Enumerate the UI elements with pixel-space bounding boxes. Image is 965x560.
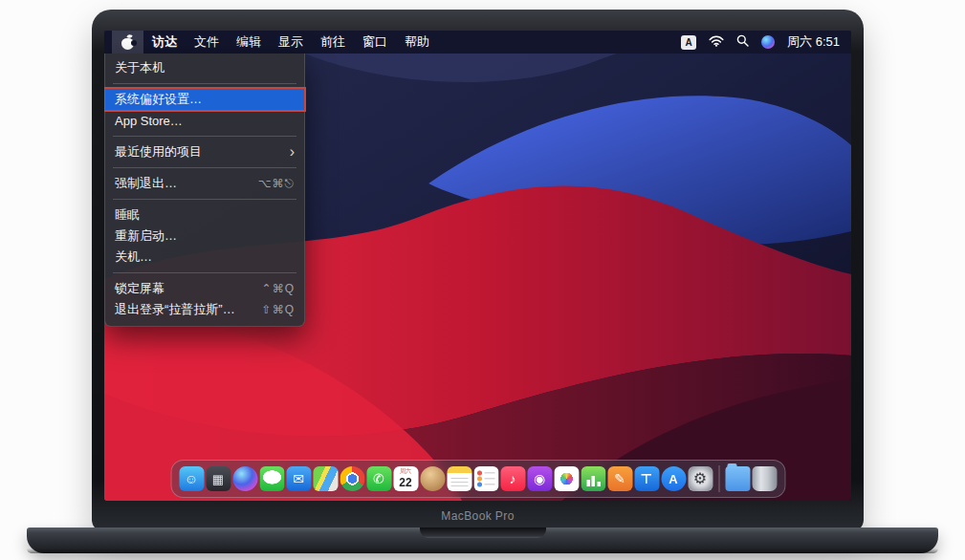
apple-logo-icon <box>121 34 134 50</box>
dock-glyph: ◉ <box>527 466 552 491</box>
menu-item-shortcut: ⇧⌘Q <box>262 303 295 316</box>
dock-glyph: ☺ <box>179 466 204 491</box>
chevron-right-icon: › <box>290 144 295 160</box>
base-notch <box>420 528 546 538</box>
menubar-item-edit[interactable]: 编辑 <box>228 34 270 49</box>
desktop-photo: 访达文件编辑显示前往窗口帮助 A <box>0 0 965 560</box>
dock-contacts-icon[interactable] <box>420 466 445 491</box>
dock-pages-icon[interactable]: ✎ <box>607 466 632 491</box>
dock-music-icon[interactable]: ♪ <box>500 466 525 491</box>
menu-separator <box>113 136 296 137</box>
menu-item-label: 系统偏好设置… <box>115 91 202 108</box>
menubar-item-go[interactable]: 前往 <box>312 34 354 49</box>
menu-item-label: 锁定屏幕 <box>115 280 164 297</box>
dock-glyph: ⚙ <box>688 466 713 491</box>
menu-item-label: 最近使用的项目 <box>115 143 202 161</box>
dock-separator <box>718 465 719 492</box>
menu-item-label: 关于本机 <box>115 59 164 76</box>
menubar-left: 访达文件编辑显示前往窗口帮助 <box>104 31 438 54</box>
dock-glyph: ⊤ <box>634 466 659 491</box>
dock-appstore-icon[interactable]: A <box>661 466 686 491</box>
dock-glyph: ♪ <box>500 466 525 491</box>
menu-item-force-quit[interactable]: 强制退出…⌥⌘⎋ <box>105 173 304 194</box>
menubar-item-view[interactable]: 显示 <box>270 34 312 49</box>
siri-icon[interactable] <box>761 35 775 49</box>
dock-glyph: 22 <box>393 466 418 491</box>
menubar-status: A <box>681 31 851 54</box>
menu-separator <box>113 83 296 84</box>
menu-separator <box>113 167 296 168</box>
screen-bezel: 访达文件编辑显示前往窗口帮助 A <box>92 10 864 531</box>
menu-separator <box>113 272 296 273</box>
dock-facetime-icon[interactable]: ✆ <box>366 466 391 491</box>
menubar-clock[interactable]: 周六 6:51 <box>787 33 840 51</box>
dock-glyph: ✎ <box>607 466 632 491</box>
spotlight-icon[interactable] <box>736 34 749 50</box>
menu-item-label: 重新启动… <box>115 227 177 245</box>
dock-reminders-icon[interactable] <box>473 466 498 491</box>
input-source-icon[interactable]: A <box>681 35 696 50</box>
dock-glyph: A <box>661 466 686 491</box>
menu-separator <box>113 199 296 200</box>
apple-menu-button[interactable] <box>112 31 143 54</box>
dock-messages-icon[interactable] <box>259 466 284 491</box>
dock-trash-icon[interactable] <box>752 466 777 491</box>
dock-glyph: ▦ <box>206 466 230 491</box>
screen: 访达文件编辑显示前往窗口帮助 A <box>104 31 851 501</box>
menu-item-log-out[interactable]: 退出登录“拉普拉斯”…⇧⌘Q <box>105 299 304 320</box>
menu-item-recent-items[interactable]: 最近使用的项目› <box>105 141 304 162</box>
dock-calendar-icon[interactable]: 周六22 <box>393 466 418 491</box>
menu-item-restart[interactable]: 重新启动… <box>105 226 304 247</box>
menu-item-system-preferences[interactable]: 系统偏好设置… <box>105 89 304 110</box>
menu-item-app-store[interactable]: App Store… <box>105 110 304 131</box>
device-label: MacBook Pro <box>441 509 514 523</box>
menu-bar: 访达文件编辑显示前往窗口帮助 A <box>104 31 851 54</box>
menu-item-about-this-mac[interactable]: 关于本机 <box>105 57 304 78</box>
menu-item-label: App Store… <box>115 114 183 128</box>
wifi-icon[interactable] <box>709 35 724 50</box>
menu-item-lock-screen[interactable]: 锁定屏幕⌃⌘Q <box>105 278 304 299</box>
apple-menu-dropdown: 关于本机系统偏好设置…App Store…最近使用的项目›强制退出…⌥⌘⎋睡眠重… <box>104 54 305 327</box>
dock-chrome-icon[interactable] <box>340 466 364 491</box>
menu-item-shortcut: ⌃⌘Q <box>262 282 295 295</box>
menubar-item-help[interactable]: 帮助 <box>396 34 438 49</box>
menu-item-shortcut: ⌥⌘⎋ <box>258 177 295 190</box>
dock-glyph: ✉ <box>286 466 311 491</box>
dock: ☺▦✉✆周六22♪◉✎⊤A⚙ <box>170 460 785 498</box>
menubar-item-window[interactable]: 窗口 <box>354 34 396 49</box>
dock-mail-icon[interactable]: ✉ <box>286 466 311 491</box>
dock-numbers-icon[interactable] <box>581 466 605 491</box>
dock-keynote-icon[interactable]: ⊤ <box>634 466 659 491</box>
laptop-base <box>27 528 938 553</box>
dock-finder-icon[interactable]: ☺ <box>179 466 204 491</box>
dock-maps-icon[interactable] <box>313 466 338 491</box>
dock-launchpad-icon[interactable]: ▦ <box>206 466 230 491</box>
menubar-item-finder[interactable]: 访达 <box>143 34 186 49</box>
dock-prefs-icon[interactable]: ⚙ <box>688 466 713 491</box>
menu-item-sleep[interactable]: 睡眠 <box>105 205 304 226</box>
dock-glyph: ✆ <box>366 466 391 491</box>
dock-photos-icon[interactable] <box>554 466 579 491</box>
dock-folder-icon[interactable] <box>725 466 750 491</box>
dock-podcasts-icon[interactable]: ◉ <box>527 466 552 491</box>
dock-notes-icon[interactable] <box>447 466 472 491</box>
dock-siri-icon[interactable] <box>232 466 257 491</box>
menubar-items: 访达文件编辑显示前往窗口帮助 <box>143 31 438 54</box>
menu-item-label: 退出登录“拉普拉斯”… <box>115 301 235 318</box>
menubar-item-file[interactable]: 文件 <box>186 34 228 49</box>
menu-item-label: 关机… <box>115 248 152 266</box>
menu-item-label: 强制退出… <box>115 175 177 192</box>
menu-item-label: 睡眠 <box>115 206 140 224</box>
menu-item-shut-down[interactable]: 关机… <box>105 247 304 268</box>
